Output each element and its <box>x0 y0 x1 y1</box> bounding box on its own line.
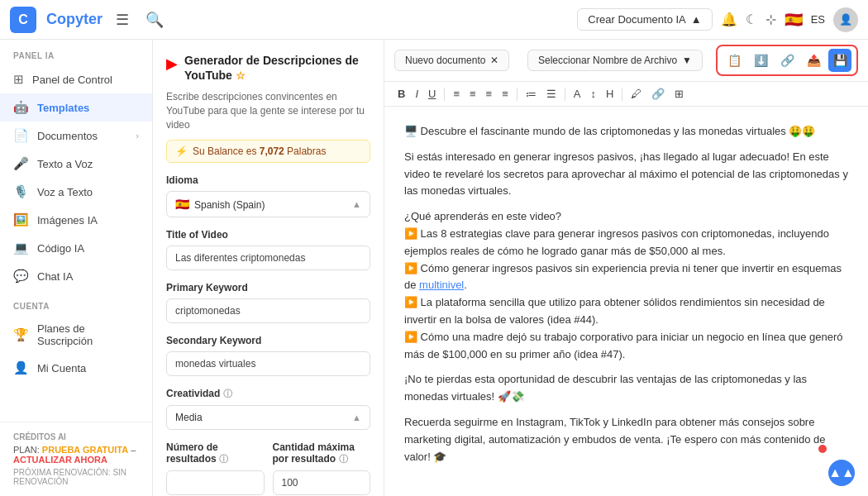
editor-paragraph: 🖥️ Descubre el fascinante mundo de las c… <box>404 123 848 141</box>
sidebar-item-panel-control[interactable]: ⊞ Panel de Control <box>0 65 152 93</box>
sidebar-item-label: Imágenes IA <box>37 214 98 227</box>
layout-icon[interactable]: ⊹ <box>765 12 776 27</box>
secondary-kw-label: Secondary Keyword <box>166 335 370 346</box>
select-nombre-label: Seleccionar Nombre de Archivo <box>538 55 677 66</box>
editor-paragraph: Recuerda seguirme en Instagram, TikTok y… <box>404 414 848 465</box>
credits-label: Créditos AI <box>13 432 139 441</box>
sidebar-item-label: Texto a Voz <box>37 158 93 170</box>
generator-header: ▶ Generador de Descripciones de YouTube … <box>166 53 370 83</box>
title-video-input[interactable] <box>166 246 370 270</box>
hamburger-menu-button[interactable]: ☰ <box>112 7 132 32</box>
balance-text: Su Balance es 7,072 Palabras <box>193 145 326 157</box>
renewal-text: PRÓXIMA RENOVACIÓN: SIN RENOVACIÓN <box>13 468 139 486</box>
cuenta-section-label: Cuenta <box>0 290 152 316</box>
cantidad-max-field: Cantidad máxima por resultado ⓘ <box>273 441 371 495</box>
code-icon: 💻 <box>13 241 29 255</box>
num-resultados-input[interactable] <box>166 470 265 495</box>
info-icon[interactable]: ⓘ <box>223 389 232 398</box>
tab-label: Nuevo documento <box>405 55 485 66</box>
divider2 <box>517 88 517 101</box>
grid-icon: ⊞ <box>13 72 24 87</box>
crear-documento-button[interactable]: Crear Documento IA ▲ <box>577 8 712 31</box>
editor-paragraph: ¿Qué aprenderás en este video? ▶️ Las 8 … <box>404 208 848 363</box>
align-right-button[interactable]: ≡ <box>483 85 496 103</box>
chevron-down-icon: ▼ <box>682 55 692 66</box>
sidebar-item-label: Mi Cuenta <box>37 362 86 374</box>
plan-name[interactable]: PRUEBA GRATUITA <box>42 445 128 455</box>
sidebar: Panel IA ⊞ Panel de Control 🤖 Templates … <box>0 40 153 496</box>
save-doc-button[interactable]: 💾 <box>828 49 851 72</box>
primary-kw-label: Primary Keyword <box>166 282 370 293</box>
sidebar-item-chat-ia[interactable]: 💬 Chat IA <box>0 262 152 290</box>
align-center-button[interactable]: ≡ <box>466 85 479 103</box>
copy-doc-button[interactable]: 📋 <box>723 49 746 72</box>
lang-code[interactable]: ES <box>811 13 825 26</box>
table-button[interactable]: ⊞ <box>671 85 687 103</box>
trophy-icon: 🏆 <box>13 327 29 342</box>
formatting-toolbar: B I U ≡ ≡ ≡ ≡ ≔ ☰ A ↕ H 🖊 🔗 ⊞ <box>384 82 868 107</box>
font-size-button[interactable]: A <box>570 85 584 103</box>
action-icons-group: 📋 ⬇️ 🔗 📤 💾 <box>716 45 858 76</box>
title-video-field: Title of Video <box>166 229 370 270</box>
divider4 <box>622 88 622 101</box>
heading-button[interactable]: H <box>603 85 617 103</box>
new-document-tab[interactable]: Nuevo documento ✕ <box>394 50 509 71</box>
scroll-to-top-button[interactable]: ▲▲ <box>828 460 855 486</box>
sidebar-item-texto-a-voz[interactable]: 🎤 Texto a Voz <box>0 150 152 178</box>
share-doc-button[interactable]: 🔗 <box>775 49 799 72</box>
lightning-icon: ⚡ <box>175 145 188 157</box>
sidebar-item-mi-cuenta[interactable]: 👤 Mi Cuenta <box>0 354 152 382</box>
export-doc-button[interactable]: 📤 <box>802 49 825 72</box>
bold-button[interactable]: B <box>394 85 408 103</box>
primary-kw-field: Primary Keyword <box>166 282 370 323</box>
info-icon-num[interactable]: ⓘ <box>219 454 228 464</box>
info-icon-cantidad[interactable]: ⓘ <box>339 454 348 464</box>
multinivel-link[interactable]: multinivel <box>419 279 464 291</box>
line-height-button[interactable]: ↕ <box>587 85 599 103</box>
sidebar-item-label: Documentos <box>37 130 98 142</box>
upgrade-link[interactable]: ACTUALIZAR AHORA <box>13 455 107 465</box>
creatividad-select[interactable]: Media ▲ <box>166 405 370 430</box>
user-icon: 👤 <box>13 360 29 375</box>
search-button[interactable]: 🔍 <box>142 7 167 32</box>
panel-section-label: Panel IA <box>0 40 152 65</box>
italic-button[interactable]: I <box>412 85 422 103</box>
sidebar-item-label: Planes de Suscripción <box>37 322 139 347</box>
sidebar-item-imagenes-ia[interactable]: 🖼️ Imágenes IA <box>0 206 152 234</box>
creatividad-label: Creatividad ⓘ <box>166 388 370 400</box>
sidebar-item-label: Chat IA <box>37 270 73 283</box>
select-nombre-button[interactable]: Seleccionar Nombre de Archivo ▼ <box>527 50 703 71</box>
youtube-icon: ▶ <box>166 55 178 73</box>
sidebar-item-planes[interactable]: 🏆 Planes de Suscripción <box>0 316 152 354</box>
sidebar-item-label: Panel de Control <box>32 74 112 86</box>
divider3 <box>565 88 565 101</box>
secondary-kw-input[interactable] <box>166 351 370 376</box>
cantidad-max-input[interactable] <box>273 470 371 495</box>
link-button[interactable]: 🔗 <box>648 85 668 103</box>
sidebar-item-templates[interactable]: 🤖 Templates <box>0 93 152 122</box>
sidebar-item-documentos[interactable]: 📄 Documentos › <box>0 122 152 150</box>
align-justify-button[interactable]: ≡ <box>498 85 512 103</box>
idioma-select[interactable]: 🇪🇸Spanish (Spain) ▲ <box>166 191 370 217</box>
secondary-kw-field: Secondary Keyword <box>166 335 370 376</box>
idioma-label: Idioma <box>166 174 370 186</box>
sidebar-item-label: Templates <box>37 102 89 114</box>
color-button[interactable]: 🖊 <box>627 85 645 103</box>
sidebar-item-voz-a-texto[interactable]: 🎙️ Voz a Texto <box>0 178 152 206</box>
user-avatar[interactable]: 👤 <box>833 7 858 32</box>
sidebar-bottom: Créditos AI PLAN: PRUEBA GRATUITA – ACTU… <box>0 422 152 496</box>
num-resultados-field: Número de resultados ⓘ <box>166 441 265 495</box>
cantidad-max-label: Cantidad máxima por resultado ⓘ <box>273 441 371 465</box>
align-left-button[interactable]: ≡ <box>450 85 463 103</box>
sidebar-item-codigo-ia[interactable]: 💻 Código IA <box>0 234 152 262</box>
primary-kw-input[interactable] <box>166 298 370 323</box>
download-doc-button[interactable]: ⬇️ <box>749 49 772 72</box>
list-unordered-button[interactable]: ☰ <box>543 85 560 103</box>
editor-content-area[interactable]: 🖥️ Descubre el fascinante mundo de las c… <box>384 107 868 496</box>
notification-icon[interactable]: 🔔 <box>721 12 737 27</box>
list-ordered-button[interactable]: ≔ <box>522 85 540 103</box>
underline-button[interactable]: U <box>425 85 439 103</box>
dark-mode-icon[interactable]: ☾ <box>746 12 757 27</box>
notification-dot <box>818 445 827 453</box>
close-tab-icon[interactable]: ✕ <box>490 55 498 66</box>
